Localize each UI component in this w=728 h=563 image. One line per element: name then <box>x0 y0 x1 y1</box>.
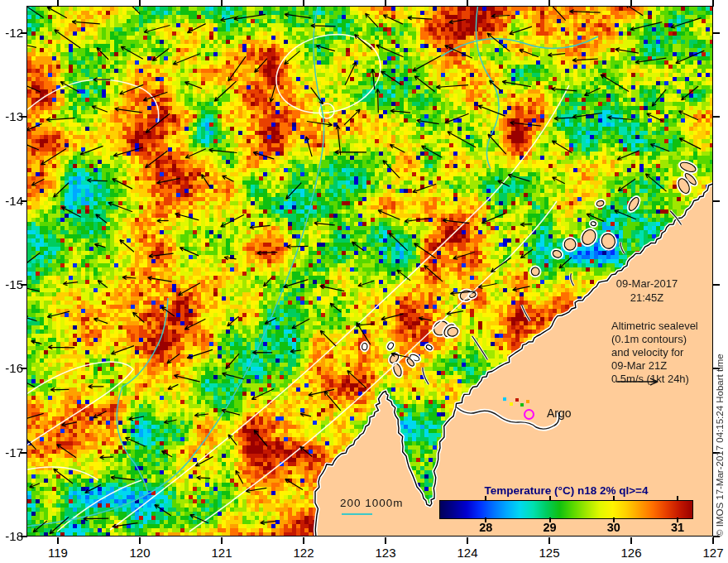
axis-tick <box>467 0 468 7</box>
copyright-vertical-text: © IMOS 17-Mar-2017 04:15:24 Hobart time <box>715 242 725 537</box>
velocity-arrow <box>223 176 234 181</box>
velocity-arrow <box>548 53 565 57</box>
velocity-arrow <box>126 437 146 446</box>
velocity-arrow <box>164 420 177 424</box>
velocity-arrow <box>96 214 108 224</box>
velocity-arrow <box>27 42 36 48</box>
altimetric-annotation: Altimetric sealevel (0.1m contours) and … <box>611 320 727 386</box>
velocity-arrow <box>261 521 276 525</box>
velocity-arrow <box>502 80 531 87</box>
velocity-arrow <box>371 69 376 89</box>
velocity-arrow <box>436 85 468 89</box>
velocity-arrow <box>180 248 199 256</box>
velocity-arrow <box>366 13 378 27</box>
velocity-arrow <box>94 243 105 248</box>
velocity-arrow <box>194 413 208 417</box>
velocity-arrow <box>184 82 202 89</box>
velocity-arrow <box>283 280 308 288</box>
altimetric-line: 0.5m/s (1kt 24h) <box>611 373 727 386</box>
velocity-arrow <box>115 108 142 113</box>
velocity-arrow <box>46 118 75 122</box>
velocity-arrow <box>478 105 505 116</box>
velocity-arrow <box>671 18 702 28</box>
velocity-arrow <box>234 14 266 20</box>
velocity-arrow <box>652 89 666 106</box>
sealevel-contour <box>27 467 98 480</box>
lon-tick-label: 121 <box>205 546 238 560</box>
velocity-arrow <box>335 150 366 154</box>
velocity-arrow <box>253 152 274 159</box>
velocity-arrow <box>187 24 205 33</box>
velocity-arrow <box>347 371 366 388</box>
argo-float-marker[interactable] <box>524 409 534 420</box>
colorbar-tick <box>485 496 486 501</box>
velocity-arrow <box>285 51 300 65</box>
velocity-arrow <box>255 59 267 73</box>
sealevel-contour <box>27 79 159 123</box>
fjord-inlet <box>472 336 488 360</box>
velocity-arrow <box>413 184 437 193</box>
velocity-arrow <box>98 281 108 288</box>
velocity-arrow <box>228 316 239 326</box>
velocity-arrow <box>97 48 108 60</box>
velocity-arrow <box>55 30 80 48</box>
velocity-arrow <box>305 137 312 156</box>
velocity-arrow <box>31 340 42 344</box>
estuary-sst-pixel <box>520 403 524 407</box>
velocity-arrow <box>447 311 463 315</box>
velocity-arrow <box>27 123 42 131</box>
velocity-arrow <box>390 145 405 153</box>
velocity-arrow <box>113 147 143 156</box>
velocity-arrow <box>601 75 629 91</box>
velocity-arrow <box>146 151 168 167</box>
velocity-arrow <box>449 20 466 24</box>
velocity-arrow <box>84 517 109 521</box>
altimetric-line: (0.1m contours) <box>611 333 727 346</box>
velocity-arrow <box>285 479 303 490</box>
velocity-arrow <box>378 210 400 220</box>
lat-tick-label: -18 <box>0 529 23 543</box>
velocity-arrow <box>520 223 532 227</box>
velocity-arrow <box>197 476 211 480</box>
colorbar-tick <box>549 496 551 501</box>
velocity-arrow <box>27 284 40 291</box>
colorbar-gradient <box>439 500 693 519</box>
axis-tick <box>303 0 304 7</box>
velocity-arrow <box>345 62 356 85</box>
velocity-arrow <box>187 349 213 358</box>
colorbar-tick-label: 31 <box>665 521 690 534</box>
velocity-arrow <box>488 134 506 154</box>
axis-tick <box>630 0 632 7</box>
velocity-arrow <box>251 389 274 400</box>
lon-tick-label: 122 <box>287 546 320 560</box>
velocity-arrow <box>226 354 239 368</box>
lon-tick-label: 123 <box>369 546 402 560</box>
altimetric-line: Altimetric sealevel <box>611 320 727 333</box>
velocity-arrow <box>554 117 573 121</box>
velocity-arrow <box>357 322 371 344</box>
fjord-inlet <box>522 305 530 320</box>
bathymetry-contour <box>476 7 499 169</box>
lon-tick-label: 120 <box>123 546 156 560</box>
lon-tick-label: 119 <box>41 546 74 560</box>
velocity-arrow <box>254 431 267 447</box>
velocity-arrow <box>520 50 539 57</box>
lat-tick-label: -12 <box>0 26 23 40</box>
figure: 119120121122123124125126127-12-13-14-15-… <box>0 0 728 563</box>
velocity-arrow <box>221 214 244 227</box>
velocity-arrow <box>270 85 275 103</box>
velocity-arrow <box>129 416 144 421</box>
velocity-arrow <box>408 16 433 20</box>
velocity-arrow <box>209 148 237 152</box>
velocity-arrow <box>148 277 172 282</box>
map-area[interactable] <box>27 7 713 537</box>
timestamp-annotation: 09-Mar-2017 21:45Z <box>592 277 702 305</box>
velocity-arrow <box>355 35 373 51</box>
velocity-arrow <box>47 7 67 17</box>
velocity-arrow <box>645 174 666 191</box>
velocity-arrow <box>618 179 635 191</box>
estuary-sst-pixel <box>503 397 506 401</box>
axis-tick <box>139 537 141 544</box>
velocity-arrow <box>491 258 510 272</box>
velocity-arrow <box>678 111 697 120</box>
